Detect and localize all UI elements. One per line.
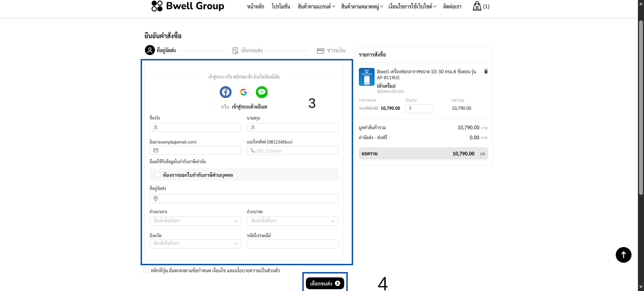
- svg-text:Bwell: Bwell: [365, 70, 369, 71]
